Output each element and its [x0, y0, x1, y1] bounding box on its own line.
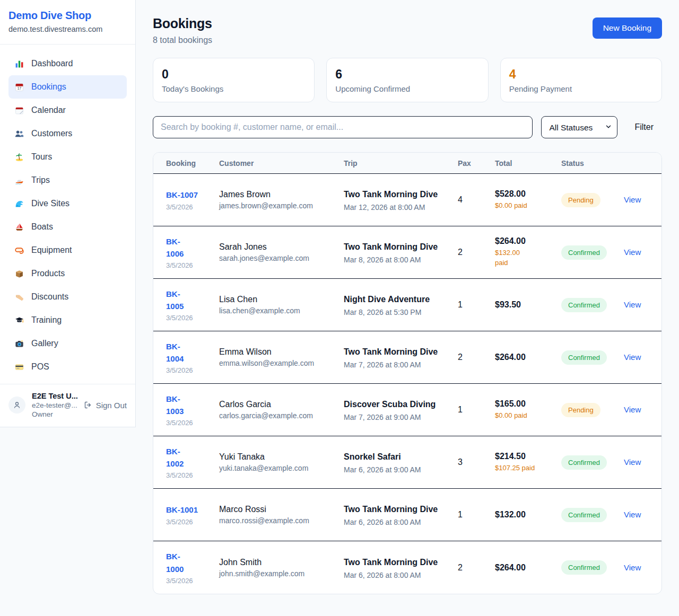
pax-count: 2 — [458, 248, 495, 257]
view-link[interactable]: View — [624, 353, 641, 362]
customer-name: Emma Wilson — [219, 347, 344, 357]
trip-name: Two Tank Morning Dive — [344, 556, 458, 569]
sidebar-item-label: Gallery — [31, 339, 58, 348]
table-row: BK- 10003/5/2026 John Smithjohn.smith@ex… — [153, 541, 661, 594]
main-content: Bookings 8 total bookings New Booking 0 … — [136, 0, 679, 611]
status-badge: Confirmed — [561, 455, 607, 470]
sidebar-nav: Dashboard 17 Bookings Calendar Customers… — [0, 45, 135, 384]
trip-name: Two Tank Morning Dive — [344, 503, 458, 516]
sidebar-item-label: POS — [31, 362, 49, 372]
sidebar-item-training[interactable]: Training — [8, 309, 127, 332]
sidebar-item-trips[interactable]: Trips — [8, 169, 127, 192]
stat-value: 4 — [509, 67, 653, 82]
view-link[interactable]: View — [624, 457, 641, 467]
trip-datetime: Mar 7, 2026 at 8:00 AM — [344, 360, 458, 369]
view-link[interactable]: View — [624, 563, 641, 572]
island-icon — [15, 153, 24, 162]
sidebar-item-gallery[interactable]: Gallery — [8, 332, 127, 355]
view-link[interactable]: View — [624, 195, 641, 204]
total-amount: $93.50 — [495, 300, 561, 310]
sidebar-item-dashboard[interactable]: Dashboard — [8, 52, 127, 75]
column-header-customer: Customer — [219, 153, 344, 173]
credit-card-icon — [15, 363, 24, 372]
column-header-actions — [624, 153, 649, 173]
customer-name: Marco Rossi — [219, 505, 344, 514]
sidebar-item-customers[interactable]: Customers — [8, 122, 127, 145]
status-select-wrap: All Statuses — [541, 116, 617, 138]
paid-amount: $107.25 paid — [495, 463, 561, 473]
booking-date: 3/5/2026 — [166, 261, 219, 269]
sidebar-item-discounts[interactable]: Discounts — [8, 285, 127, 309]
booking-id-link[interactable]: BK- 1006 — [166, 235, 184, 260]
user-email: e2e-tester@... — [32, 401, 77, 409]
search-input[interactable] — [153, 116, 533, 138]
graduation-cap-icon — [15, 316, 24, 325]
status-badge: Confirmed — [561, 298, 607, 312]
customer-name: Sarah Jones — [219, 242, 344, 252]
sidebar-item-dive-sites[interactable]: Dive Sites — [8, 192, 127, 215]
sidebar-item-boats[interactable]: Boats — [8, 215, 127, 239]
column-header-pax: Pax — [458, 153, 495, 173]
sign-out-icon — [84, 401, 92, 409]
customer-name: John Smith — [219, 558, 344, 567]
table-row: BK- 10043/5/2026 Emma Wilsonemma.wilson@… — [153, 331, 661, 384]
sidebar-item-equipment[interactable]: Equipment — [8, 239, 127, 262]
pax-count: 4 — [458, 195, 495, 205]
booking-id-link[interactable]: BK- 1005 — [166, 288, 184, 313]
trip-name: Two Tank Morning Dive — [344, 346, 458, 358]
pax-count: 2 — [458, 353, 495, 362]
sidebar-item-pos[interactable]: POS — [8, 355, 127, 379]
view-link[interactable]: View — [624, 300, 641, 309]
user-section: E2E Test U... e2e-tester@... Owner Sign … — [0, 384, 135, 427]
booking-date: 3/5/2026 — [166, 419, 219, 427]
page-title: Bookings — [153, 16, 212, 31]
booking-id-link[interactable]: BK- 1004 — [166, 340, 184, 365]
status-badge: Confirmed — [561, 560, 607, 575]
avatar — [8, 397, 25, 413]
sidebar-item-calendar[interactable]: Calendar — [8, 99, 127, 122]
dive-mask-icon — [15, 246, 24, 255]
user-meta: E2E Test U... e2e-tester@... Owner — [32, 392, 77, 418]
paid-amount: $0.00 paid — [495, 411, 561, 421]
column-header-status: Status — [561, 153, 624, 173]
booking-id-link[interactable]: BK-1007 — [166, 189, 198, 201]
page-title-block: Bookings 8 total bookings — [153, 16, 212, 45]
new-booking-button[interactable]: New Booking — [593, 17, 662, 39]
pax-count: 1 — [458, 510, 495, 520]
view-link[interactable]: View — [624, 510, 641, 519]
pax-count: 2 — [458, 563, 495, 573]
total-amount: $132.00 — [495, 510, 561, 520]
view-link[interactable]: View — [624, 248, 641, 257]
total-amount: $165.00 — [495, 399, 561, 409]
trip-name: Two Tank Morning Dive — [344, 188, 458, 201]
table-row: BK- 10053/5/2026 Lisa Chenlisa.chen@exam… — [153, 279, 661, 331]
filter-bar: All Statuses Filter — [153, 116, 662, 138]
sidebar-item-label: Trips — [31, 175, 50, 185]
total-amount: $528.00 — [495, 189, 561, 199]
sign-out-button[interactable]: Sign Out — [84, 401, 127, 410]
status-filter-select[interactable]: All Statuses — [541, 116, 617, 138]
booking-date: 3/5/2026 — [166, 518, 219, 526]
sidebar-item-label: Tours — [31, 152, 52, 162]
view-link[interactable]: View — [624, 405, 641, 414]
status-badge: Confirmed — [561, 350, 607, 365]
table-row: BK- 10033/5/2026 Carlos Garciacarlos.gar… — [153, 384, 661, 436]
filter-button[interactable]: Filter — [626, 122, 662, 132]
sidebar-item-bookings[interactable]: 17 Bookings — [8, 75, 127, 99]
column-header-trip: Trip — [344, 153, 458, 173]
page-header: Bookings 8 total bookings New Booking — [153, 16, 662, 45]
sidebar-item-label: Training — [31, 315, 62, 325]
brand-name: Demo Dive Shop — [8, 10, 127, 22]
table-header-row: Booking Customer Trip Pax Total Status — [153, 153, 661, 174]
status-badge: Pending — [561, 403, 600, 417]
stat-card-todays-bookings: 0 Today's Bookings — [153, 58, 315, 102]
booking-id-link[interactable]: BK- 1000 — [166, 550, 184, 575]
sidebar-item-tours[interactable]: Tours — [8, 145, 127, 169]
booking-id-link[interactable]: BK-1001 — [166, 504, 198, 516]
table-row: BK- 10023/5/2026 Yuki Tanakayuki.tanaka@… — [153, 436, 661, 489]
trip-name: Discover Scuba Diving — [344, 398, 458, 411]
pax-count: 1 — [458, 405, 495, 415]
booking-id-link[interactable]: BK- 1002 — [166, 445, 184, 470]
booking-id-link[interactable]: BK- 1003 — [166, 393, 184, 418]
sidebar-item-products[interactable]: Products — [8, 262, 127, 285]
